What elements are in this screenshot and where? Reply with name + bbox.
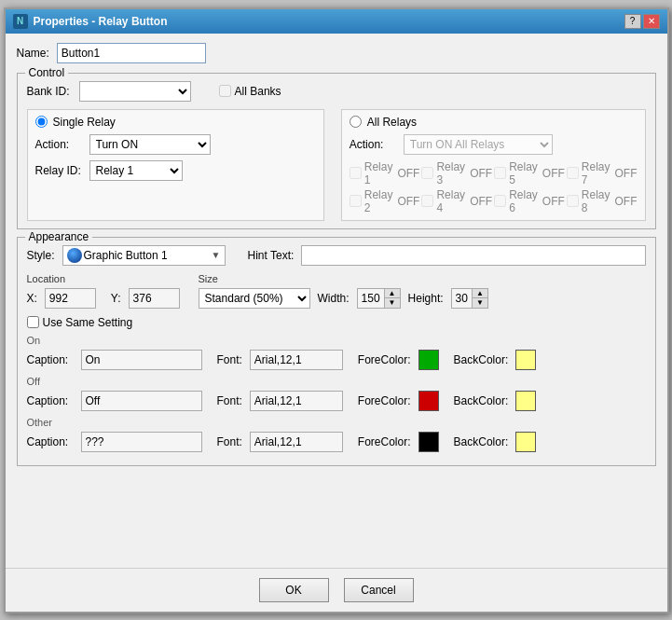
relay3-checkbox	[421, 167, 433, 179]
name-input[interactable]	[57, 43, 206, 63]
on-caption-label: Caption:	[27, 353, 74, 366]
all-relays-label: All Relays	[367, 116, 417, 129]
relay-id-row: Relay ID: Relay 1 Relay 2 Relay 3 Relay …	[35, 160, 316, 181]
on-font-input[interactable]	[250, 350, 343, 370]
height-up-button[interactable]: ▲	[473, 289, 487, 298]
title-bar: N Properties - Relay Button ? ✕	[6, 9, 667, 34]
other-font-input[interactable]	[250, 432, 343, 452]
style-value: Graphic Button 1	[84, 249, 168, 262]
on-forecolor-box[interactable]	[418, 350, 439, 370]
help-button[interactable]: ?	[624, 14, 641, 29]
app-icon: N	[13, 14, 28, 29]
other-backcolor-label: BackColor:	[454, 435, 509, 448]
all-action-select[interactable]: Turn ON All Relays	[404, 134, 553, 155]
all-banks-label: All Banks	[235, 85, 281, 98]
name-label: Name:	[17, 47, 49, 60]
on-font-label: Font:	[217, 353, 242, 366]
relay-item-4: Relay 4 OFF	[421, 188, 492, 214]
width-up-button[interactable]: ▲	[385, 289, 400, 298]
control-section-label: Control	[25, 66, 69, 79]
relay8-checkbox	[567, 195, 579, 207]
title-bar-left: N Properties - Relay Button	[13, 14, 168, 29]
dialog-title: Properties - Relay Button	[34, 15, 168, 28]
location-group: Location X: Y:	[27, 273, 180, 309]
off-label: Off	[27, 376, 646, 387]
relay4-checkbox	[421, 195, 433, 207]
off-caption-input[interactable]	[81, 391, 202, 411]
hint-input[interactable]	[301, 245, 645, 266]
relay-id-select[interactable]: Relay 1 Relay 2 Relay 3 Relay 4 Relay 5 …	[89, 160, 183, 181]
relay-item-5: Relay 5 OFF	[494, 160, 565, 186]
bank-row: Bank ID: All Banks	[27, 81, 646, 102]
other-caption-row: Caption: Font: ForeColor: BackColor:	[27, 432, 646, 452]
title-buttons: ? ✕	[624, 14, 660, 29]
relay-grid: Relay 1 OFF Relay 3 OFF Relay 5 OFF	[350, 160, 638, 214]
name-row: Name:	[17, 43, 656, 63]
height-value: 30	[452, 292, 472, 305]
location-label: Location	[27, 273, 180, 284]
size-select[interactable]: Standard (50%)	[199, 288, 310, 309]
y-input[interactable]	[129, 288, 180, 309]
off-forecolor-box[interactable]	[418, 391, 439, 411]
relay-item-2: Relay 2 OFF	[350, 188, 420, 214]
all-banks-checkbox[interactable]	[219, 85, 231, 97]
relay2-checkbox	[350, 195, 362, 207]
bank-id-label: Bank ID:	[27, 85, 70, 98]
cancel-button[interactable]: Cancel	[344, 578, 414, 602]
on-backcolor-label: BackColor:	[454, 353, 509, 366]
bank-id-select[interactable]	[79, 81, 191, 102]
off-caption-section: Off Caption: Font: ForeColor: BackColor:	[27, 376, 646, 411]
use-same-row: Use Same Setting	[27, 316, 646, 329]
all-action-label: Action:	[350, 138, 396, 151]
relay-item-8: Relay 8 OFF	[567, 188, 638, 214]
relay5-checkbox	[494, 167, 506, 179]
x-input[interactable]	[45, 288, 96, 309]
width-value: 150	[358, 292, 384, 305]
all-relays-row: All Relays	[350, 116, 638, 129]
dialog: N Properties - Relay Button ? ✕ Name: Co…	[4, 7, 669, 613]
relay-item-1: Relay 1 OFF	[350, 160, 420, 186]
all-relays-radio[interactable]	[350, 116, 362, 128]
relay6-checkbox	[494, 195, 506, 207]
off-font-input[interactable]	[250, 391, 343, 411]
appearance-section-label: Appearance	[25, 230, 93, 243]
use-same-checkbox[interactable]	[27, 316, 39, 328]
size-label: Size	[199, 273, 488, 284]
on-caption-input[interactable]	[81, 350, 202, 370]
on-backcolor-box[interactable]	[515, 350, 536, 370]
other-forecolor-box[interactable]	[418, 432, 439, 452]
other-caption-label: Caption:	[27, 435, 74, 448]
action-label: Action:	[35, 138, 82, 151]
control-section: Control Bank ID: All Banks Single	[17, 73, 656, 229]
relay1-checkbox	[350, 167, 362, 179]
single-relay-radio[interactable]	[35, 116, 48, 128]
off-caption-row: Caption: Font: ForeColor: BackColor:	[27, 391, 646, 411]
style-label: Style:	[27, 249, 55, 262]
on-label: On	[27, 335, 646, 346]
size-row: Standard (50%) Width: 150 ▲ ▼ Height:	[199, 288, 488, 309]
width-label: Width:	[318, 292, 350, 305]
height-down-button[interactable]: ▼	[473, 298, 487, 308]
appearance-section: Appearance Style: Graphic Button 1 ▼ Hin…	[17, 237, 656, 466]
ok-button[interactable]: OK	[259, 578, 329, 602]
y-label: Y:	[111, 292, 121, 305]
off-font-label: Font:	[217, 394, 242, 407]
other-caption-section: Other Caption: Font: ForeColor: BackColo…	[27, 417, 646, 452]
on-forecolor-label: ForeColor:	[358, 353, 411, 366]
other-label: Other	[27, 417, 646, 428]
other-font-label: Font:	[217, 435, 242, 448]
style-graphic-icon	[67, 248, 82, 263]
single-relay-label: Single Relay	[53, 116, 116, 129]
size-group: Size Standard (50%) Width: 150 ▲ ▼	[199, 273, 488, 309]
off-backcolor-box[interactable]	[515, 391, 536, 411]
on-caption-row: Caption: Font: ForeColor: BackColor:	[27, 350, 646, 370]
other-backcolor-box[interactable]	[515, 432, 536, 452]
relay7-checkbox	[567, 167, 579, 179]
width-down-button[interactable]: ▼	[385, 298, 400, 308]
action-select[interactable]: Turn ON Turn OFF Toggle	[89, 134, 211, 155]
other-caption-input[interactable]	[81, 432, 202, 452]
single-relay-row: Single Relay	[35, 116, 316, 129]
close-button[interactable]: ✕	[643, 14, 660, 29]
dialog-buttons: OK Cancel	[6, 568, 667, 612]
height-spinner: 30 ▲ ▼	[451, 288, 488, 309]
